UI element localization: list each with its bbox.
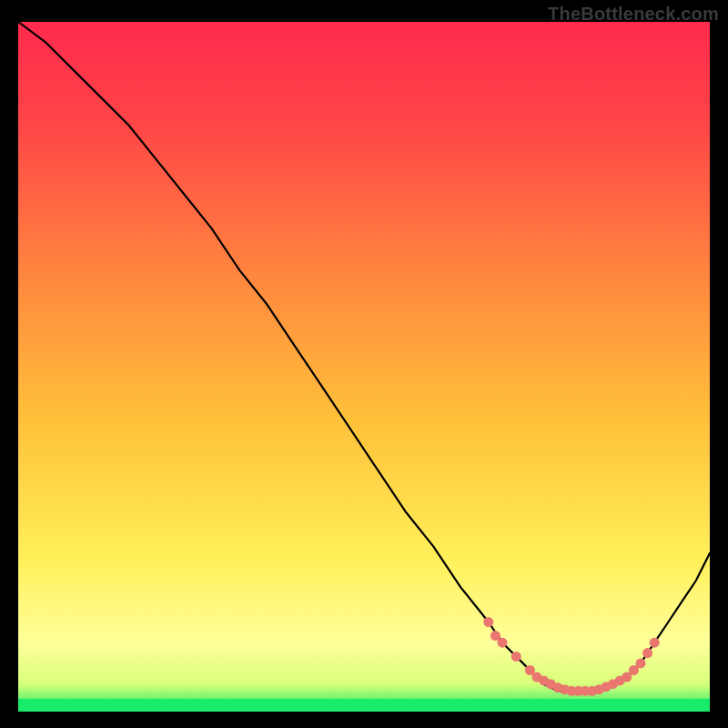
- chart-svg: [18, 22, 710, 712]
- marker-dot: [636, 658, 646, 668]
- gradient-background: [18, 22, 710, 712]
- marker-dot: [511, 652, 521, 662]
- baseline-band: [18, 699, 710, 712]
- marker-dot: [642, 648, 652, 658]
- marker-dot: [483, 617, 493, 627]
- attribution-text: TheBottleneck.com: [548, 4, 719, 25]
- marker-dot: [498, 638, 508, 648]
- marker-dot: [650, 638, 660, 648]
- plot-area: [18, 22, 710, 712]
